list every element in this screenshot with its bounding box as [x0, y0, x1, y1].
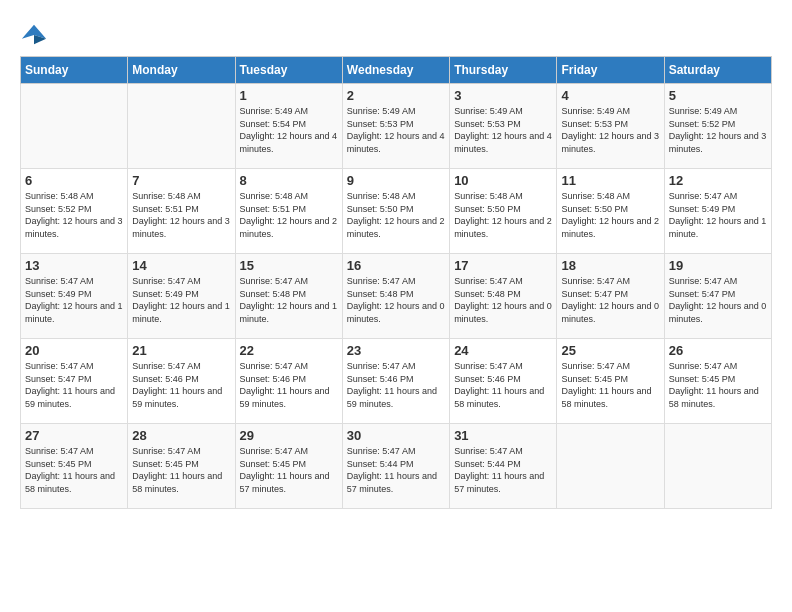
calendar-cell: 8Sunrise: 5:48 AM Sunset: 5:51 PM Daylig… [235, 169, 342, 254]
calendar-cell: 12Sunrise: 5:47 AM Sunset: 5:49 PM Dayli… [664, 169, 771, 254]
calendar-cell: 19Sunrise: 5:47 AM Sunset: 5:47 PM Dayli… [664, 254, 771, 339]
calendar-cell: 22Sunrise: 5:47 AM Sunset: 5:46 PM Dayli… [235, 339, 342, 424]
weekday-header: Friday [557, 57, 664, 84]
day-info: Sunrise: 5:47 AM Sunset: 5:47 PM Dayligh… [561, 275, 659, 325]
day-number: 4 [561, 88, 659, 103]
day-number: 28 [132, 428, 230, 443]
day-info: Sunrise: 5:49 AM Sunset: 5:52 PM Dayligh… [669, 105, 767, 155]
day-number: 1 [240, 88, 338, 103]
logo-icon [20, 20, 48, 48]
day-info: Sunrise: 5:47 AM Sunset: 5:48 PM Dayligh… [347, 275, 445, 325]
day-number: 16 [347, 258, 445, 273]
calendar-cell: 15Sunrise: 5:47 AM Sunset: 5:48 PM Dayli… [235, 254, 342, 339]
day-info: Sunrise: 5:47 AM Sunset: 5:45 PM Dayligh… [669, 360, 767, 410]
calendar-cell: 1Sunrise: 5:49 AM Sunset: 5:54 PM Daylig… [235, 84, 342, 169]
calendar-week-row: 6Sunrise: 5:48 AM Sunset: 5:52 PM Daylig… [21, 169, 772, 254]
weekday-header: Sunday [21, 57, 128, 84]
day-number: 20 [25, 343, 123, 358]
calendar-header-row: SundayMondayTuesdayWednesdayThursdayFrid… [21, 57, 772, 84]
calendar-cell: 29Sunrise: 5:47 AM Sunset: 5:45 PM Dayli… [235, 424, 342, 509]
day-number: 31 [454, 428, 552, 443]
day-number: 3 [454, 88, 552, 103]
day-number: 14 [132, 258, 230, 273]
day-info: Sunrise: 5:47 AM Sunset: 5:45 PM Dayligh… [561, 360, 659, 410]
weekday-header: Tuesday [235, 57, 342, 84]
weekday-header: Wednesday [342, 57, 449, 84]
day-info: Sunrise: 5:48 AM Sunset: 5:50 PM Dayligh… [347, 190, 445, 240]
day-number: 15 [240, 258, 338, 273]
day-info: Sunrise: 5:48 AM Sunset: 5:50 PM Dayligh… [561, 190, 659, 240]
calendar-cell: 7Sunrise: 5:48 AM Sunset: 5:51 PM Daylig… [128, 169, 235, 254]
page-header [20, 20, 772, 48]
calendar-cell [664, 424, 771, 509]
day-info: Sunrise: 5:47 AM Sunset: 5:49 PM Dayligh… [25, 275, 123, 325]
calendar-week-row: 27Sunrise: 5:47 AM Sunset: 5:45 PM Dayli… [21, 424, 772, 509]
calendar-cell: 11Sunrise: 5:48 AM Sunset: 5:50 PM Dayli… [557, 169, 664, 254]
calendar-table: SundayMondayTuesdayWednesdayThursdayFrid… [20, 56, 772, 509]
day-number: 30 [347, 428, 445, 443]
calendar-cell: 2Sunrise: 5:49 AM Sunset: 5:53 PM Daylig… [342, 84, 449, 169]
weekday-header: Monday [128, 57, 235, 84]
calendar-cell: 30Sunrise: 5:47 AM Sunset: 5:44 PM Dayli… [342, 424, 449, 509]
weekday-header: Saturday [664, 57, 771, 84]
calendar-cell [128, 84, 235, 169]
calendar-cell: 28Sunrise: 5:47 AM Sunset: 5:45 PM Dayli… [128, 424, 235, 509]
day-info: Sunrise: 5:47 AM Sunset: 5:47 PM Dayligh… [669, 275, 767, 325]
calendar-cell: 10Sunrise: 5:48 AM Sunset: 5:50 PM Dayli… [450, 169, 557, 254]
calendar-cell [21, 84, 128, 169]
calendar-cell: 13Sunrise: 5:47 AM Sunset: 5:49 PM Dayli… [21, 254, 128, 339]
calendar-body: 1Sunrise: 5:49 AM Sunset: 5:54 PM Daylig… [21, 84, 772, 509]
day-number: 19 [669, 258, 767, 273]
calendar-week-row: 20Sunrise: 5:47 AM Sunset: 5:47 PM Dayli… [21, 339, 772, 424]
calendar-cell: 24Sunrise: 5:47 AM Sunset: 5:46 PM Dayli… [450, 339, 557, 424]
day-number: 24 [454, 343, 552, 358]
calendar-cell: 16Sunrise: 5:47 AM Sunset: 5:48 PM Dayli… [342, 254, 449, 339]
day-info: Sunrise: 5:48 AM Sunset: 5:50 PM Dayligh… [454, 190, 552, 240]
calendar-cell: 25Sunrise: 5:47 AM Sunset: 5:45 PM Dayli… [557, 339, 664, 424]
day-number: 6 [25, 173, 123, 188]
day-info: Sunrise: 5:47 AM Sunset: 5:45 PM Dayligh… [132, 445, 230, 495]
day-info: Sunrise: 5:47 AM Sunset: 5:48 PM Dayligh… [240, 275, 338, 325]
day-number: 22 [240, 343, 338, 358]
day-info: Sunrise: 5:47 AM Sunset: 5:45 PM Dayligh… [240, 445, 338, 495]
day-info: Sunrise: 5:49 AM Sunset: 5:54 PM Dayligh… [240, 105, 338, 155]
day-number: 26 [669, 343, 767, 358]
day-info: Sunrise: 5:48 AM Sunset: 5:51 PM Dayligh… [132, 190, 230, 240]
day-info: Sunrise: 5:47 AM Sunset: 5:49 PM Dayligh… [132, 275, 230, 325]
day-number: 25 [561, 343, 659, 358]
day-number: 11 [561, 173, 659, 188]
day-number: 17 [454, 258, 552, 273]
logo [20, 20, 48, 48]
calendar-cell: 26Sunrise: 5:47 AM Sunset: 5:45 PM Dayli… [664, 339, 771, 424]
day-number: 9 [347, 173, 445, 188]
calendar-cell: 27Sunrise: 5:47 AM Sunset: 5:45 PM Dayli… [21, 424, 128, 509]
calendar-cell: 21Sunrise: 5:47 AM Sunset: 5:46 PM Dayli… [128, 339, 235, 424]
day-number: 12 [669, 173, 767, 188]
day-info: Sunrise: 5:47 AM Sunset: 5:48 PM Dayligh… [454, 275, 552, 325]
calendar-cell: 6Sunrise: 5:48 AM Sunset: 5:52 PM Daylig… [21, 169, 128, 254]
calendar-week-row: 1Sunrise: 5:49 AM Sunset: 5:54 PM Daylig… [21, 84, 772, 169]
day-number: 23 [347, 343, 445, 358]
day-info: Sunrise: 5:47 AM Sunset: 5:46 PM Dayligh… [347, 360, 445, 410]
calendar-cell: 17Sunrise: 5:47 AM Sunset: 5:48 PM Dayli… [450, 254, 557, 339]
calendar-cell: 3Sunrise: 5:49 AM Sunset: 5:53 PM Daylig… [450, 84, 557, 169]
day-number: 21 [132, 343, 230, 358]
day-info: Sunrise: 5:49 AM Sunset: 5:53 PM Dayligh… [454, 105, 552, 155]
day-info: Sunrise: 5:47 AM Sunset: 5:45 PM Dayligh… [25, 445, 123, 495]
day-info: Sunrise: 5:48 AM Sunset: 5:51 PM Dayligh… [240, 190, 338, 240]
day-info: Sunrise: 5:47 AM Sunset: 5:44 PM Dayligh… [454, 445, 552, 495]
day-number: 10 [454, 173, 552, 188]
calendar-cell: 31Sunrise: 5:47 AM Sunset: 5:44 PM Dayli… [450, 424, 557, 509]
day-number: 13 [25, 258, 123, 273]
day-info: Sunrise: 5:47 AM Sunset: 5:44 PM Dayligh… [347, 445, 445, 495]
calendar-cell: 5Sunrise: 5:49 AM Sunset: 5:52 PM Daylig… [664, 84, 771, 169]
day-info: Sunrise: 5:47 AM Sunset: 5:49 PM Dayligh… [669, 190, 767, 240]
day-info: Sunrise: 5:47 AM Sunset: 5:46 PM Dayligh… [454, 360, 552, 410]
day-info: Sunrise: 5:47 AM Sunset: 5:46 PM Dayligh… [240, 360, 338, 410]
weekday-header: Thursday [450, 57, 557, 84]
day-number: 5 [669, 88, 767, 103]
day-info: Sunrise: 5:47 AM Sunset: 5:47 PM Dayligh… [25, 360, 123, 410]
day-number: 8 [240, 173, 338, 188]
calendar-cell [557, 424, 664, 509]
calendar-cell: 20Sunrise: 5:47 AM Sunset: 5:47 PM Dayli… [21, 339, 128, 424]
